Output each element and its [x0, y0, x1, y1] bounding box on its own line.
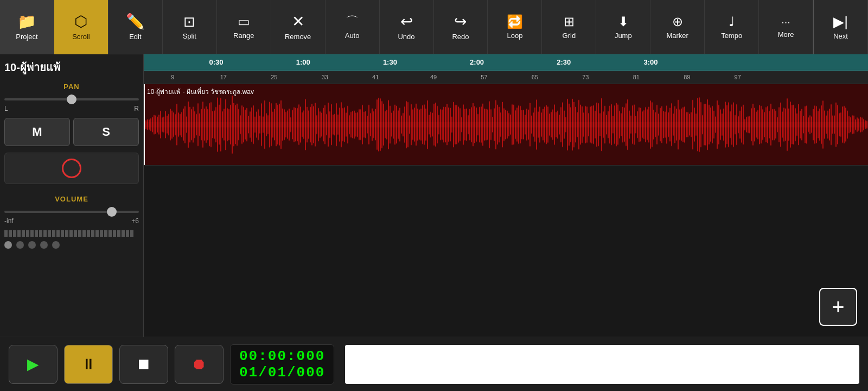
- vu-bar: [35, 230, 38, 237]
- split-button[interactable]: ⊡ Split: [163, 0, 217, 54]
- playhead: [144, 84, 145, 165]
- scroll-icon: ⬡: [74, 14, 87, 29]
- undo-label: Undo: [398, 33, 414, 41]
- tempo-icon: ♩: [729, 15, 735, 28]
- ruler-1-30: 1:30: [383, 58, 397, 66]
- pause-button[interactable]: ⏸: [64, 345, 113, 384]
- arm-record-button[interactable]: [62, 159, 81, 178]
- pan-slider-track[interactable]: [4, 98, 139, 100]
- volume-label: VOLUME: [4, 195, 139, 203]
- beat-41: 41: [372, 74, 379, 80]
- volume-slider-thumb[interactable]: [107, 207, 117, 217]
- beat-49: 49: [430, 74, 437, 80]
- solo-button[interactable]: S: [73, 118, 139, 146]
- mute-solo-row: M S: [4, 118, 139, 146]
- more-button[interactable]: ··· More: [759, 0, 813, 54]
- timeline-panel: 0:30 1:00 1:30 2:00 2:30 3:00 9 17 25 33…: [144, 54, 868, 337]
- beat-57: 57: [481, 74, 487, 80]
- channel-dot: [4, 241, 12, 249]
- beat-65: 65: [532, 74, 538, 80]
- remove-icon: ✕: [292, 14, 304, 29]
- next-icon: ▶|: [833, 15, 848, 29]
- add-track-button[interactable]: +: [819, 288, 857, 326]
- channel-dot: [52, 241, 60, 249]
- redo-button[interactable]: ↪ Redo: [434, 0, 488, 54]
- beat-9: 9: [171, 74, 174, 80]
- range-icon: ▭: [238, 15, 250, 28]
- pan-label: PAN: [4, 83, 139, 91]
- jump-button[interactable]: ⬇ Jump: [596, 0, 650, 54]
- pan-slider-container: L R: [4, 95, 139, 112]
- channel-dot: [16, 241, 24, 249]
- beat-73: 73: [582, 74, 589, 80]
- range-button[interactable]: ▭ Range: [217, 0, 271, 54]
- vu-bar: [69, 230, 73, 237]
- jump-icon: ⬇: [618, 15, 629, 28]
- vu-bar: [30, 230, 34, 237]
- pan-right-label: R: [134, 105, 139, 112]
- tempo-label: Tempo: [721, 31, 742, 40]
- mute-button[interactable]: M: [4, 118, 70, 146]
- pan-slider-thumb[interactable]: [67, 94, 76, 104]
- vu-bar: [56, 230, 60, 237]
- tempo-button[interactable]: ♩ Tempo: [705, 0, 759, 54]
- arm-record-container: [4, 153, 139, 184]
- marker-button[interactable]: ⊕ Marker: [650, 0, 705, 54]
- vu-bar: [82, 230, 86, 237]
- record-icon: ⏺: [192, 355, 207, 373]
- grid-button[interactable]: ⊞ Grid: [542, 0, 596, 54]
- record-button[interactable]: ⏺: [175, 345, 224, 384]
- beat-89: 89: [684, 74, 690, 80]
- vu-bar: [43, 230, 47, 237]
- vu-bar: [65, 230, 68, 237]
- waveform-area: 10-ผู้พ่ายแพ้ - ฝันเที่ยว วัชรตระกูล.wav…: [144, 84, 868, 337]
- toolbar: 📁 Project ⬡ Scroll ✏️ Edit ⊡ Split ▭ Ran…: [0, 0, 868, 54]
- next-button[interactable]: ▶| Next: [813, 0, 868, 54]
- vu-bar: [17, 230, 21, 237]
- auto-icon: ⌒: [346, 15, 359, 28]
- more-icon: ···: [781, 16, 790, 27]
- volume-min-label: -inf: [4, 217, 14, 225]
- pause-icon: ⏸: [81, 355, 96, 373]
- marker-label: Marker: [666, 31, 688, 40]
- vu-bar: [126, 230, 129, 237]
- beat-17: 17: [220, 74, 227, 80]
- vu-bar: [9, 230, 12, 237]
- track-controls-panel: 10-ผู้พ่ายแพ้ PAN L R M S VOLUME -inf: [0, 54, 144, 337]
- undo-icon: ↩: [400, 14, 413, 29]
- waveform-mini-overview[interactable]: [345, 345, 859, 384]
- scroll-button[interactable]: ⬡ Scroll: [54, 0, 108, 54]
- vu-bar: [91, 230, 94, 237]
- vu-bar: [95, 230, 99, 237]
- vu-bar: [78, 230, 81, 237]
- vu-bar: [122, 230, 125, 237]
- ruler-1-00: 1:00: [296, 58, 310, 66]
- vu-bar: [130, 230, 133, 237]
- split-label: Split: [183, 32, 196, 40]
- next-label: Next: [833, 32, 848, 40]
- vu-bar: [117, 230, 120, 237]
- play-icon: ▶: [27, 355, 39, 373]
- stop-button[interactable]: ⏹: [119, 345, 168, 384]
- volume-slider-track[interactable]: [4, 211, 139, 213]
- volume-max-label: +6: [131, 217, 139, 225]
- jump-label: Jump: [615, 31, 632, 40]
- remove-button[interactable]: ✕ Remove: [271, 0, 326, 54]
- vu-bar: [26, 230, 29, 237]
- vu-bar: [52, 230, 55, 237]
- volume-slider-container: -inf +6: [4, 207, 139, 225]
- marker-icon: ⊕: [672, 15, 683, 28]
- time-hms: 00:00:000: [239, 348, 325, 364]
- track-name-overlay: 10-ผู้พ่ายแพ้ - ฝันเที่ยว วัชรตระกูล.wav: [147, 86, 254, 97]
- project-button[interactable]: 📁 Project: [0, 0, 54, 54]
- loop-button[interactable]: 🔁 Loop: [488, 0, 542, 54]
- undo-button[interactable]: ↩ Undo: [380, 0, 434, 54]
- auto-button[interactable]: ⌒ Auto: [326, 0, 380, 54]
- play-button[interactable]: ▶: [9, 345, 58, 384]
- waveform-track[interactable]: 10-ผู้พ่ายแพ้ - ฝันเที่ยว วัชรตระกูล.wav: [144, 84, 868, 166]
- beat-97: 97: [735, 74, 741, 80]
- beat-25: 25: [271, 74, 277, 80]
- split-icon: ⊡: [183, 15, 195, 29]
- edit-button[interactable]: ✏️ Edit: [108, 0, 163, 54]
- grid-icon: ⊞: [564, 15, 575, 28]
